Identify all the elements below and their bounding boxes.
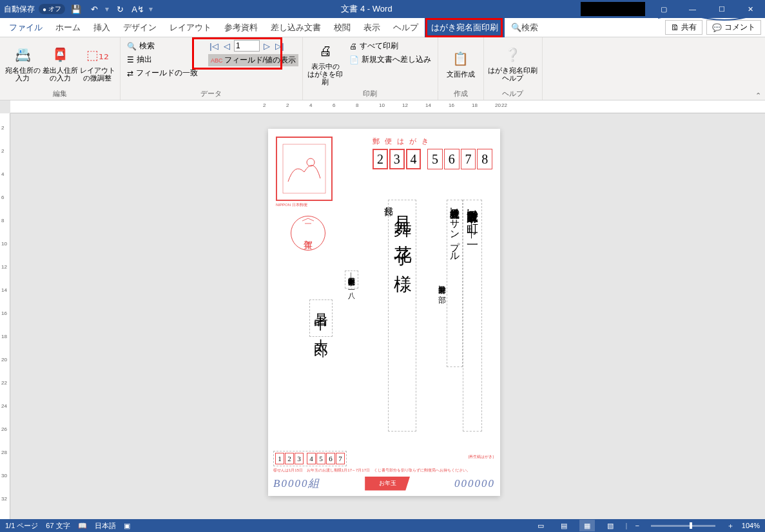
zip-digit: 2 bbox=[373, 149, 388, 169]
macro-icon[interactable]: ▣ bbox=[124, 522, 130, 530]
zoom-percent[interactable]: 104% bbox=[742, 522, 760, 529]
face-create-button[interactable]: 📋 文面作成 bbox=[442, 40, 479, 86]
language-status[interactable]: 日本語 bbox=[95, 521, 116, 531]
group-label-create: 作成 bbox=[438, 89, 483, 100]
collapse-ribbon-icon[interactable]: ⌃ bbox=[755, 91, 761, 100]
word-count[interactable]: 67 文字 bbox=[46, 521, 70, 531]
szip-digit: 6 bbox=[326, 453, 335, 464]
sender-address-field[interactable]: 東京都大田区暑中町二―二―八 bbox=[345, 271, 358, 289]
zip-digit: 3 bbox=[389, 149, 405, 169]
svg-point-1 bbox=[307, 158, 315, 166]
next-record-button[interactable]: ▷ bbox=[261, 40, 273, 52]
tab-insert[interactable]: 挿入 bbox=[87, 18, 117, 37]
field-value-toggle[interactable]: ABC フィールド/値の表示 bbox=[208, 54, 298, 66]
szip-digit: 5 bbox=[316, 453, 325, 464]
recipient-name-field[interactable]: 見舞 花子 様 bbox=[388, 200, 416, 432]
brush-icon[interactable]: A↯ bbox=[131, 2, 145, 16]
redo-icon[interactable]: ↻ bbox=[113, 2, 127, 16]
recipient-address-field[interactable]: 大阪府大阪市暑中見舞い町一―一―一 bbox=[463, 200, 482, 432]
stamp-frame bbox=[276, 137, 333, 201]
szip-digit: 3 bbox=[295, 453, 304, 464]
sender-zip-boxes[interactable]: 1 2 3 4 5 6 7 bbox=[273, 451, 347, 466]
maximize-icon[interactable]: ☐ bbox=[707, 0, 736, 18]
abc-icon: ABC bbox=[211, 57, 223, 64]
first-record-button[interactable]: |◁ bbox=[208, 40, 220, 52]
printer-icon: 🖨 bbox=[315, 41, 336, 61]
tab-home[interactable]: ホーム bbox=[49, 18, 87, 37]
zoom-slider[interactable] bbox=[651, 525, 715, 527]
field-match-button[interactable]: ⇄フィールドの一致 bbox=[124, 67, 200, 79]
autosave-label: 自動保存 bbox=[4, 4, 35, 15]
proofing-icon[interactable]: 📖 bbox=[78, 522, 87, 530]
sender-address-button[interactable]: 📮 差出人住所 の入力 bbox=[41, 40, 79, 86]
lottery-group: B0000組 bbox=[273, 476, 320, 491]
sender-icon: 📮 bbox=[50, 44, 70, 65]
zoom-in-button[interactable]: ＋ bbox=[727, 521, 734, 531]
otoshidama-badge: お年玉 bbox=[365, 477, 410, 491]
tab-references[interactable]: 参考資料 bbox=[218, 18, 264, 37]
search-icon: 🔍 bbox=[127, 42, 137, 51]
postal-label: 郵便はがき bbox=[373, 137, 492, 146]
zoom-out-button[interactable]: − bbox=[635, 522, 639, 529]
search-button[interactable]: 🔍検索 bbox=[124, 40, 200, 52]
tab-layout[interactable]: レイアウト bbox=[163, 18, 218, 37]
field-match-icon: ⇄ bbox=[127, 69, 133, 78]
postcard-page[interactable]: NIPPON 日本郵便 年賀 郵便はがき 2 3 4 5 6 7 8 大阪府大阪… bbox=[268, 129, 500, 496]
web-layout-icon[interactable]: ▧ bbox=[603, 520, 618, 531]
record-number-input[interactable] bbox=[234, 40, 260, 52]
group-label-edit: 編集 bbox=[0, 89, 120, 100]
document-title: 文書 4 - Word bbox=[153, 3, 581, 15]
zip-digit: 6 bbox=[444, 149, 460, 169]
merge-new-doc-button[interactable]: 📄新規文書へ差し込み bbox=[347, 53, 434, 66]
print-all-icon: 🖨 bbox=[349, 42, 357, 51]
tab-review[interactable]: 校閲 bbox=[327, 18, 357, 37]
svg-rect-0 bbox=[283, 144, 325, 193]
extract-icon: ☰ bbox=[127, 55, 134, 64]
tab-mailings[interactable]: 差し込み文書 bbox=[264, 18, 327, 37]
undo-icon[interactable]: ↶ bbox=[87, 2, 101, 16]
sender-name-field[interactable]: 暑中 太郎 bbox=[309, 299, 333, 337]
zip-digit: 5 bbox=[427, 149, 443, 169]
stamp-illustration-icon bbox=[282, 143, 327, 195]
szip-digit: 2 bbox=[285, 453, 294, 464]
focus-mode-icon[interactable]: ▭ bbox=[533, 520, 548, 531]
extract-button[interactable]: ☰抽出 bbox=[124, 53, 200, 66]
comments-button[interactable]: 💬 コメント bbox=[706, 20, 761, 35]
tell-me-search[interactable]: 🔍 検索 bbox=[505, 18, 545, 37]
print-layout-icon[interactable]: ▦ bbox=[579, 520, 595, 531]
recipient-dept-field[interactable]: 暑中見舞い部 bbox=[436, 280, 447, 289]
layout-fine-adjust-button[interactable]: ⬚₁₂ レイアウト の微調整 bbox=[79, 40, 116, 86]
recipient-address-button[interactable]: 📇 宛名住所の 入力 bbox=[4, 40, 41, 86]
tab-design[interactable]: デザイン bbox=[117, 18, 163, 37]
share-button[interactable]: 🖻 共有 bbox=[665, 20, 702, 35]
title-bar: 自動保存 ● オフ 💾 ↶ ▾ ↻ A↯ ▾ 文書 4 - Word ▢ — ☐… bbox=[0, 0, 765, 18]
last-record-button[interactable]: ▷| bbox=[274, 40, 286, 52]
tab-file[interactable]: ファイル bbox=[3, 18, 49, 37]
lottery-note: 様せんは1月15日 お年玉のお渡し期限1月17～7月17日 くじ番号部分を切り取… bbox=[273, 468, 495, 473]
tab-help[interactable]: ヘルプ bbox=[387, 18, 425, 37]
tab-hagaki[interactable]: はがき宛名面印刷 bbox=[425, 18, 505, 37]
help-icon: ❔ bbox=[503, 44, 523, 65]
page-count[interactable]: 1/1 ページ bbox=[5, 521, 38, 531]
prev-record-button[interactable]: ◁ bbox=[221, 40, 233, 52]
print-current-button[interactable]: 🖨 表示中の はがきを印刷 bbox=[307, 40, 344, 86]
zip-digit: 8 bbox=[477, 149, 492, 169]
print-all-button[interactable]: 🖨すべて印刷 bbox=[347, 40, 434, 52]
read-mode-icon[interactable]: ▤ bbox=[556, 520, 572, 531]
save-icon[interactable]: 💾 bbox=[69, 2, 83, 16]
minimize-icon[interactable]: — bbox=[678, 0, 707, 18]
vertical-ruler[interactable]: 2 2 4 6 8 10 12 14 16 18 20 22 24 26 28 … bbox=[0, 113, 10, 519]
recipient-company-field[interactable]: 株式会社暑中見舞いサンプル bbox=[447, 200, 463, 367]
close-icon[interactable]: ✕ bbox=[736, 0, 765, 18]
group-label-help: ヘルプ bbox=[484, 89, 542, 100]
autosave-toggle[interactable]: ● オフ bbox=[39, 4, 65, 14]
document-canvas[interactable]: NIPPON 日本郵便 年賀 郵便はがき 2 3 4 5 6 7 8 大阪府大阪… bbox=[10, 113, 765, 519]
zip-digit: 4 bbox=[406, 149, 421, 169]
nenga-decoration-icon bbox=[291, 216, 325, 251]
recipient-zip-boxes[interactable]: 2 3 4 5 6 7 8 bbox=[373, 149, 492, 169]
ribbon-display-icon[interactable]: ▢ bbox=[649, 0, 678, 18]
horizontal-ruler[interactable]: 2 2 4 6 8 10 12 14 16 18 20 22 bbox=[10, 100, 765, 113]
tab-view[interactable]: 表示 bbox=[357, 18, 387, 37]
status-bar: 1/1 ページ 67 文字 📖 日本語 ▣ ▭ ▤ ▦ ▧ | − ＋ 104% bbox=[0, 519, 765, 532]
hagaki-help-button[interactable]: ❔ はがき宛名印刷 ヘルプ bbox=[488, 40, 538, 86]
